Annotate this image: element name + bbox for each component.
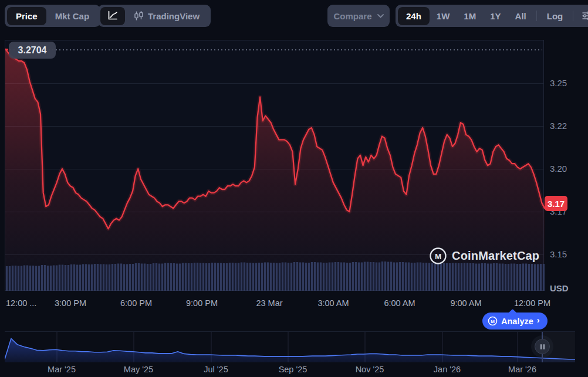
date-axis-tick: Jan '26 (434, 365, 461, 374)
x-axis-tick: 3:00 AM (317, 298, 349, 308)
tab-mktcap[interactable]: Mkt Cap (46, 11, 98, 21)
log-scale-button[interactable]: Log (540, 7, 570, 25)
compare-label: Compare (333, 11, 371, 21)
metric-toggle-group: Price Mkt Cap (5, 5, 100, 27)
date-axis-tick: Mar '25 (48, 365, 76, 374)
chart-style-toggle-group: TradingView (98, 5, 211, 27)
y-axis-tick: 3.15 (550, 249, 567, 259)
x-axis-tick: 3:00 PM (55, 298, 86, 308)
chevron-down-icon (377, 14, 384, 18)
tab-line-chart[interactable] (100, 7, 125, 25)
range-selector-svg (5, 332, 575, 362)
y-axis-tick: 3.22 (550, 121, 567, 131)
open-price-tooltip: 3.2704 (9, 42, 56, 59)
tab-tradingview-label: TradingView (148, 11, 200, 21)
date-axis-tick: Nov '25 (356, 365, 384, 374)
range-selector-handle[interactable] (535, 339, 550, 354)
x-axis-tick: 9:00 PM (186, 298, 218, 308)
sliders-icon (581, 10, 588, 22)
analyze-label: Analyze (501, 317, 533, 326)
range-button-all[interactable]: All (508, 7, 533, 25)
divider (536, 11, 537, 21)
date-axis-tick: Mar '26 (508, 365, 536, 374)
range-selector-chart[interactable] (5, 331, 575, 362)
x-axis-tick: 9:00 AM (450, 298, 481, 308)
range-area-fill (5, 338, 575, 362)
chart-settings-button[interactable] (576, 10, 588, 22)
main-price-chart[interactable]: 3.2704 M CoinMarketCap (5, 40, 544, 291)
coinmarketcap-logo-icon: M (488, 316, 498, 326)
x-axis-tick: 6:00 PM (120, 298, 152, 308)
y-axis-tick: 3.25 (550, 78, 567, 88)
date-axis-tick: Jul '25 (204, 365, 228, 374)
coinmarketcap-logo-icon: M (429, 247, 447, 265)
date-axis-tick: May '25 (124, 365, 153, 374)
line-chart-icon (107, 9, 119, 23)
divider (573, 11, 573, 21)
x-axis-tick: 6:00 AM (384, 298, 415, 308)
range-button-1m[interactable]: 1M (457, 7, 483, 25)
candlestick-icon (134, 11, 144, 21)
x-axis-tick: 12:00 ... (6, 298, 36, 308)
svg-text:M: M (435, 252, 441, 261)
x-axis-tick: 23 Mar (256, 298, 282, 308)
range-button-1w[interactable]: 1W (430, 7, 457, 25)
watermark-label: CoinMarketCap (452, 249, 539, 263)
currency-label: USD (550, 283, 569, 293)
chevron-right-icon: › (537, 316, 540, 325)
analyze-button[interactable]: M Analyze › (482, 313, 548, 330)
open-price-dotted-line (6, 49, 542, 50)
compare-button[interactable]: Compare (327, 5, 390, 27)
cmc-watermark: M CoinMarketCap (429, 247, 539, 265)
cmc-chart-module: Price Mkt Cap TradingView (0, 0, 588, 377)
current-price-badge: 3.17 (545, 196, 567, 211)
svg-text:M: M (491, 319, 495, 324)
series-start-tick (5, 49, 8, 50)
tab-price[interactable]: Price (7, 7, 46, 25)
range-button-24h[interactable]: 24h (398, 7, 430, 25)
range-button-1y[interactable]: 1Y (483, 7, 508, 25)
y-axis-tick: 3.20 (550, 164, 567, 174)
date-axis-tick: Sep '25 (279, 365, 307, 374)
tab-tradingview[interactable]: TradingView (125, 11, 208, 21)
range-toggle-group: 24h1W1M1YAll Log (396, 5, 588, 27)
x-axis-tick: 12:00 PM (514, 298, 550, 308)
grip-icon (540, 344, 542, 349)
